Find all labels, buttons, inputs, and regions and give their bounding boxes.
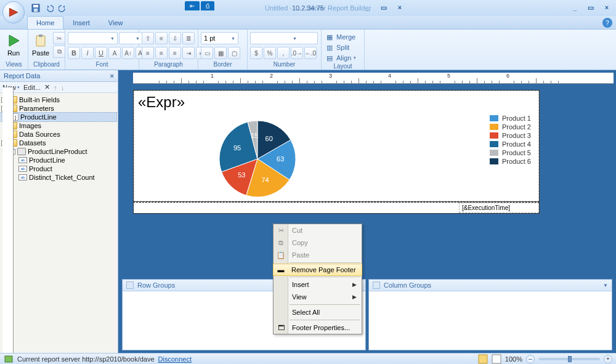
context-tab-1[interactable]: ⇤ bbox=[185, 1, 200, 10]
page-footer-region[interactable]: [&ExecutionTime] bbox=[133, 202, 540, 214]
font-family-combo[interactable]: ▼ bbox=[68, 32, 118, 44]
title-bar: ⇤ ⎙ Untitled · … · Server Report Builder… bbox=[0, 0, 616, 16]
help-button[interactable]: ? bbox=[602, 18, 612, 28]
align-bottom-button[interactable]: ⇩ bbox=[169, 32, 181, 44]
tree-dataset-productlineproduct[interactable]: -ProductLineProduct bbox=[1, 147, 116, 156]
ctx-copy[interactable]: ⧉Copy bbox=[274, 237, 362, 249]
rd-up-button[interactable]: ↑ bbox=[54, 84, 57, 91]
border-preset-button[interactable]: ▢ bbox=[228, 47, 240, 59]
tree-field-distinct-ticket-count[interactable]: abDistinct_Ticket_Count bbox=[1, 173, 116, 182]
percent-button[interactable]: % bbox=[264, 47, 276, 59]
border-width-combo[interactable]: ▼ bbox=[201, 32, 238, 44]
border-width-input[interactable] bbox=[204, 34, 229, 42]
dataset-icon bbox=[17, 148, 26, 155]
row-groups-icon bbox=[126, 281, 134, 289]
app-orb-button[interactable] bbox=[2, 1, 25, 23]
rd-edit-button[interactable]: Edit... bbox=[23, 84, 41, 91]
field-icon: ab bbox=[18, 174, 27, 180]
context-menu[interactable]: ✂Cut ⧉Copy 📋Paste ▬Remove Page Footer In… bbox=[273, 224, 362, 334]
tab-view[interactable]: View bbox=[99, 16, 132, 29]
close-button[interactable]: × bbox=[600, 2, 614, 12]
group-border-label: Border bbox=[201, 61, 245, 68]
indent-button[interactable]: ⇥ bbox=[182, 47, 195, 59]
inner-minimize-button[interactable]: _ bbox=[361, 2, 375, 12]
tree-field-product[interactable]: abProduct bbox=[1, 164, 116, 173]
ctx-footer-properties[interactable]: 🗔Footer Properties... bbox=[274, 322, 362, 334]
design-mode-icon[interactable] bbox=[478, 354, 488, 364]
column-groups-pane[interactable]: Column Groups▼ bbox=[368, 279, 612, 350]
design-surface-viewport[interactable]: «Expr» 637453951560 Product 1Product 2Pr… bbox=[118, 84, 616, 279]
italic-button[interactable]: I bbox=[81, 47, 94, 59]
tree-builtin[interactable]: +Built-in Fields bbox=[1, 95, 116, 104]
tree-field-productline[interactable]: abProductLine bbox=[1, 156, 116, 164]
align-left-button[interactable]: ≡ bbox=[142, 47, 154, 59]
zoom-in-button[interactable]: + bbox=[604, 355, 612, 363]
inner-restore-button[interactable]: ▭ bbox=[377, 2, 391, 12]
ctx-view[interactable]: View▶ bbox=[274, 291, 362, 303]
align-button[interactable]: ▤Align ▾ bbox=[324, 53, 357, 63]
number-format-combo[interactable]: ▼ bbox=[250, 32, 318, 44]
paste-button[interactable]: Paste bbox=[31, 32, 51, 58]
tree-datasets[interactable]: -Datasets bbox=[1, 139, 116, 147]
tree-datasources[interactable]: Data Sources bbox=[1, 130, 116, 139]
preview-mode-icon[interactable] bbox=[492, 354, 501, 364]
align-middle-button[interactable]: ≡ bbox=[155, 32, 168, 44]
save-icon[interactable] bbox=[30, 2, 42, 14]
cut-icon[interactable]: ✂ bbox=[53, 32, 65, 44]
report-surface[interactable]: «Expr» 637453951560 Product 1Product 2Pr… bbox=[133, 90, 540, 214]
grow-font-button[interactable]: A↑ bbox=[122, 47, 134, 59]
currency-button[interactable]: $ bbox=[250, 47, 262, 59]
border-style-button[interactable]: ▭ bbox=[201, 47, 213, 59]
context-tab-2[interactable]: ⎙ bbox=[201, 1, 214, 10]
decrease-decimal-button[interactable]: ←.0 bbox=[304, 47, 317, 59]
align-top-button[interactable]: ⇧ bbox=[142, 32, 154, 44]
ctx-select-all[interactable]: Select All bbox=[274, 306, 362, 318]
ctx-cut[interactable]: ✂Cut bbox=[274, 224, 362, 237]
tree-images[interactable]: Images bbox=[1, 121, 116, 130]
zoom-slider[interactable] bbox=[538, 358, 600, 360]
zoom-thumb[interactable] bbox=[568, 356, 572, 362]
ctx-paste[interactable]: 📋Paste bbox=[274, 249, 362, 261]
tab-insert[interactable]: Insert bbox=[63, 16, 99, 29]
legend-swatch bbox=[490, 132, 498, 139]
undo-icon[interactable] bbox=[43, 2, 55, 14]
disconnect-link[interactable]: Disconnect bbox=[158, 355, 192, 363]
font-color-button[interactable]: A bbox=[108, 47, 121, 59]
number-format-input[interactable] bbox=[253, 34, 290, 42]
paste-label: Paste bbox=[32, 49, 49, 57]
rd-down-button[interactable]: ↓ bbox=[61, 84, 65, 91]
comma-button[interactable]: , bbox=[277, 47, 290, 59]
run-button[interactable]: Run bbox=[2, 32, 25, 58]
list-button[interactable]: ≣ bbox=[182, 32, 195, 44]
underline-button[interactable]: U bbox=[95, 47, 107, 59]
maximize-button[interactable]: ▭ bbox=[584, 2, 598, 12]
status-bar: Current report server http://sp2010/book… bbox=[0, 353, 616, 364]
chevron-down-icon[interactable]: ▼ bbox=[603, 283, 608, 288]
bold-button[interactable]: B bbox=[68, 47, 80, 59]
execution-time-textbox[interactable]: [&ExecutionTime] bbox=[459, 203, 539, 213]
chart-pie[interactable]: 637453951560 bbox=[202, 116, 313, 203]
font-family-input[interactable] bbox=[71, 34, 108, 42]
title-textbox[interactable]: «Expr» bbox=[138, 94, 535, 111]
rd-delete-button[interactable]: ✕ bbox=[44, 83, 50, 91]
tree-parameters[interactable]: -Parameters bbox=[1, 104, 116, 113]
split-button[interactable]: ▥Split bbox=[324, 42, 351, 52]
report-data-tree[interactable]: +Built-in Fields -Parameters [ ]ProductL… bbox=[0, 93, 118, 184]
ctx-insert[interactable]: Insert▶ bbox=[274, 278, 362, 291]
close-pane-button[interactable]: × bbox=[110, 72, 114, 79]
ctx-remove-page-footer[interactable]: ▬Remove Page Footer bbox=[273, 264, 362, 276]
border-color-button[interactable]: ▦ bbox=[214, 47, 227, 59]
font-size-input[interactable] bbox=[122, 34, 133, 42]
inner-close-button[interactable]: × bbox=[393, 2, 407, 12]
redo-icon[interactable] bbox=[57, 2, 69, 14]
report-body-region[interactable]: «Expr» 637453951560 Product 1Product 2Pr… bbox=[133, 90, 540, 202]
minimize-button[interactable]: _ bbox=[568, 2, 582, 12]
zoom-out-button[interactable]: – bbox=[526, 355, 535, 363]
copy-icon[interactable]: ⧉ bbox=[53, 46, 65, 58]
align-center-button[interactable]: ≡ bbox=[155, 47, 168, 59]
increase-decimal-button[interactable]: .0→ bbox=[291, 47, 303, 59]
align-right-button[interactable]: ≡ bbox=[169, 47, 181, 59]
merge-button[interactable]: ▦Merge bbox=[324, 32, 357, 42]
tab-home[interactable]: Home bbox=[27, 16, 63, 29]
tree-param-productline[interactable]: [ ]ProductLine bbox=[1, 113, 116, 121]
